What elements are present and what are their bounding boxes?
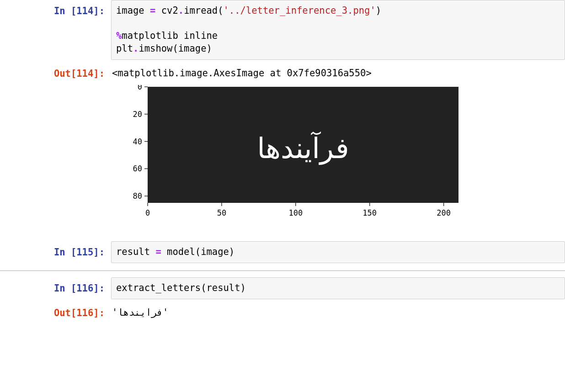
code-content: image = cv2.imread('../letter_inference_… — [111, 0, 565, 60]
code-content: extract_letters(result) — [111, 277, 565, 299]
output-cell: Out[114]: <matplotlib.image.AxesImage at… — [0, 63, 565, 233]
output-text: <matplotlib.image.AxesImage at 0x7fe9031… — [111, 63, 565, 83]
matplotlib-figure: فرآيندها 050100150200 020406080 — [111, 82, 565, 230]
image-text: فرآيندها — [257, 131, 349, 165]
svg-text:100: 100 — [288, 208, 303, 217]
selected-cell-wrapper: In [116]: extract_letters(result) Out[11… — [0, 277, 565, 326]
code-cell: In [114]: image = cv2.imread('../letter_… — [0, 0, 565, 63]
svg-text:200: 200 — [437, 208, 451, 217]
y-ticks: 020406080 — [133, 85, 148, 201]
svg-text:0: 0 — [145, 208, 150, 217]
svg-text:0: 0 — [138, 85, 142, 91]
svg-text:40: 40 — [133, 137, 142, 146]
cell-divider — [0, 270, 565, 271]
input-prompt: In [115]: — [0, 241, 111, 259]
code-editor[interactable]: result = model(image) — [111, 241, 565, 263]
output-prompt: Out[114]: — [0, 63, 111, 80]
svg-text:60: 60 — [133, 164, 142, 174]
code-editor[interactable]: image = cv2.imread('../letter_inference_… — [111, 0, 565, 60]
output-content: 'فرايندها' — [111, 302, 565, 322]
output-text: 'فرايندها' — [111, 302, 565, 322]
svg-text:50: 50 — [217, 208, 226, 217]
notebook: In [114]: image = cv2.imread('../letter_… — [0, 0, 565, 392]
code-cell: In [116]: extract_letters(result) — [0, 277, 565, 302]
code-cell: In [115]: result = model(image) — [0, 241, 565, 266]
axes-image-icon: فرآيندها 050100150200 020406080 — [120, 85, 458, 230]
svg-text:80: 80 — [133, 191, 142, 201]
output-content: <matplotlib.image.AxesImage at 0x7fe9031… — [111, 63, 565, 231]
input-prompt: In [114]: — [0, 0, 111, 18]
output-prompt: Out[116]: — [0, 302, 111, 320]
input-prompt: In [116]: — [0, 277, 111, 295]
svg-text:150: 150 — [362, 208, 377, 217]
x-ticks: 050100150200 — [145, 203, 451, 217]
output-cell: Out[116]: 'فرايندها' — [0, 302, 565, 325]
code-content: result = model(image) — [111, 241, 565, 263]
svg-text:20: 20 — [133, 110, 142, 119]
code-editor[interactable]: extract_letters(result) — [111, 277, 565, 299]
